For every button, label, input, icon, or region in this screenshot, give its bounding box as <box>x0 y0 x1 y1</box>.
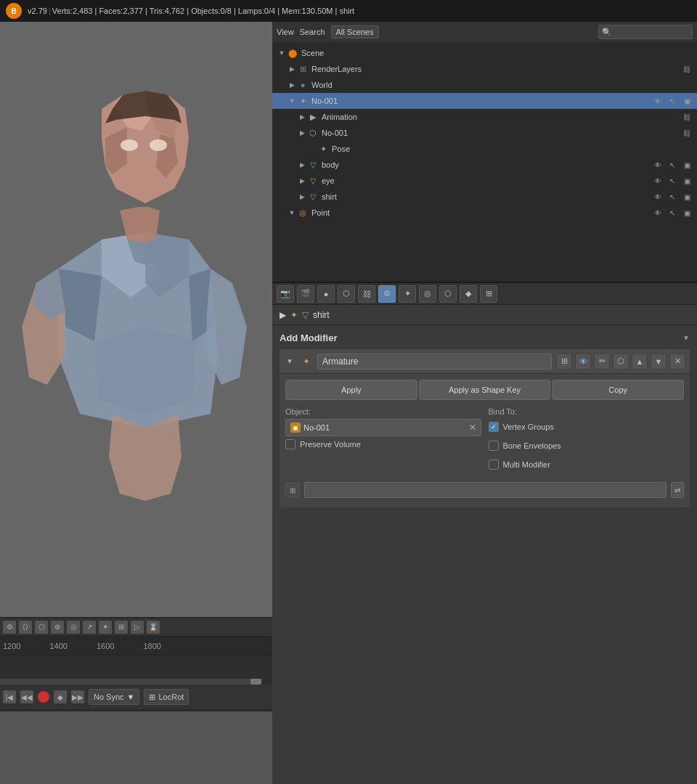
apply-button[interactable]: Apply <box>285 380 417 400</box>
timeline-record-btn[interactable] <box>38 691 49 703</box>
timeline-next-icon[interactable]: ▶▶ <box>71 690 84 703</box>
object-field-clear[interactable]: ✕ <box>469 422 476 433</box>
vertex-groups-label: Vertex Groups <box>503 422 554 431</box>
body-eye-icon[interactable]: 👁 <box>652 159 664 171</box>
modifier-close-icon[interactable]: ✕ <box>669 354 685 369</box>
vertex-groups-row[interactable]: ✓ Vertex Groups <box>489 419 685 435</box>
eye-camera-icon[interactable]: ▣ <box>681 175 693 187</box>
timeline-icon5[interactable]: ◎ <box>67 621 80 634</box>
body-toggle[interactable]: ▶ <box>297 160 307 170</box>
all-scenes-dropdown[interactable]: All Scenes <box>331 25 379 38</box>
point-cursor-icon[interactable]: ↖ <box>667 207 678 219</box>
eye-cursor-icon[interactable]: ↖ <box>667 175 678 187</box>
vertex-group-swap-icon[interactable]: ⇄ <box>671 482 684 498</box>
prop-render-icon[interactable]: 📷 <box>277 285 294 303</box>
vertex-group-input[interactable] <box>304 482 667 498</box>
tree-item-no001-bone[interactable]: ▶ ⬡ No-001 ⛓ <box>272 125 697 141</box>
modifier-collapse-btn[interactable]: ▼ <box>284 356 295 367</box>
point-toggle[interactable]: ▼ <box>287 208 297 218</box>
prop-mesh-icon[interactable]: ⬡ <box>439 285 457 303</box>
modifier-edit-icon[interactable]: ✏ <box>594 354 610 369</box>
timeline-icon8[interactable]: ⊞ <box>115 621 128 634</box>
shirt-toggle[interactable]: ▶ <box>297 192 307 202</box>
search-menu[interactable]: Search <box>300 28 325 36</box>
modifier-up-icon[interactable]: ▲ <box>632 354 648 369</box>
view-menu[interactable]: View <box>277 28 294 36</box>
modifier-name-input[interactable] <box>317 354 552 369</box>
prop-scene-icon[interactable]: 🎬 <box>297 285 314 303</box>
prop-particles-icon[interactable]: ✦ <box>399 285 416 303</box>
timeline-scrubbar-handle[interactable] <box>250 679 261 685</box>
prop-world-icon[interactable]: ● <box>317 285 335 303</box>
timeline-icon9[interactable]: ▷ <box>131 621 144 634</box>
tree-item-point[interactable]: ▼ ◎ Point 👁 ↖ ▣ <box>272 205 697 221</box>
prop-modifier-icon[interactable]: ⚙ <box>378 285 396 303</box>
renderlayers-toggle[interactable]: ▶ <box>287 64 297 74</box>
tree-item-shirt[interactable]: ▶ ▽ shirt 👁 ↖ ▣ <box>272 189 697 205</box>
body-cursor-icon[interactable]: ↖ <box>667 159 678 171</box>
animation-link-icon[interactable]: ⛓ <box>681 111 693 123</box>
no001-bone-link-icon[interactable]: ⛓ <box>681 127 693 139</box>
tree-item-scene[interactable]: ▼ ⬤ Scene <box>272 45 697 61</box>
timeline-icon4[interactable]: ⊕ <box>51 621 64 634</box>
prop-texture-icon[interactable]: ⊞ <box>480 285 497 303</box>
preserve-volume-checkbox[interactable] <box>285 439 295 449</box>
shirt-cursor-icon[interactable]: ↖ <box>667 191 678 203</box>
prop-physics-icon[interactable]: ◎ <box>419 285 436 303</box>
timeline-settings-icon[interactable]: ⚙ <box>3 621 16 634</box>
renderlayers-link-icon[interactable]: ⛓ <box>681 63 693 75</box>
body-camera-icon[interactable]: ▣ <box>681 159 693 171</box>
copy-button[interactable]: Copy <box>552 380 684 400</box>
no001-eye-icon[interactable]: 👁 <box>652 95 664 107</box>
timeline-back-icon[interactable]: |◀ <box>3 690 16 703</box>
timeline-icon2[interactable]: ⟨⟩ <box>19 621 32 634</box>
modifier-cage-icon[interactable]: ⬡ <box>613 354 629 369</box>
timeline-icon7[interactable]: ✦ <box>99 621 112 634</box>
eye-eye-icon[interactable]: 👁 <box>652 175 664 187</box>
timeline-diamond-icon[interactable]: ◆ <box>54 690 67 703</box>
point-eye-icon[interactable]: 👁 <box>652 207 664 219</box>
tree-item-eye[interactable]: ▶ ▽ eye 👁 ↖ ▣ <box>272 173 697 189</box>
outliner-search-input[interactable]: 🔍 <box>598 25 693 39</box>
viewport[interactable]: ⚙ ⟨⟩ ⬡ ⊕ ◎ ↗ ✦ ⊞ ▷ ⌛ 1200 1400 1600 1800… <box>0 22 272 711</box>
shirt-eye-icon[interactable]: 👁 <box>652 191 664 203</box>
multi-modifier-row[interactable]: Multi Modifier <box>489 457 685 473</box>
vertex-groups-checkbox[interactable]: ✓ <box>489 422 499 432</box>
object-field[interactable]: ▣ No-001 ✕ <box>285 419 481 436</box>
tree-item-animation[interactable]: ▶ ▶ Animation ⛓ <box>272 109 697 125</box>
modifier-down-icon[interactable]: ▼ <box>651 354 667 369</box>
no001-toggle[interactable]: ▼ <box>287 96 297 106</box>
preserve-volume-row[interactable]: Preserve Volume <box>285 436 481 452</box>
timeline-icon10[interactable]: ⌛ <box>147 621 160 634</box>
no-sync-button[interactable]: No Sync ▼ <box>89 689 139 705</box>
tree-item-pose[interactable]: ▶ ✦ Pose <box>272 141 697 157</box>
scene-toggle[interactable]: ▼ <box>277 48 287 58</box>
tree-item-renderlayers[interactable]: ▶ ⊞ RenderLayers ⛓ <box>272 61 697 77</box>
modifier-eye-icon[interactable]: 👁 <box>575 354 591 369</box>
timeline-prev-icon[interactable]: ◀◀ <box>20 690 33 703</box>
tree-item-no001[interactable]: ▼ ✦ No-001 👁 ↖ ▣ <box>272 93 697 109</box>
timeline-scrubber[interactable] <box>0 656 272 685</box>
modifier-render-icon[interactable]: ⊞ <box>556 354 572 369</box>
shirt-camera-icon[interactable]: ▣ <box>681 191 693 203</box>
apply-shape-key-button[interactable]: Apply as Shape Key <box>419 380 551 400</box>
prop-constraints-icon[interactable]: ⛓ <box>358 285 375 303</box>
no001-bone-toggle[interactable]: ▶ <box>297 128 307 138</box>
locrot-button[interactable]: ⊞ LocRot <box>144 689 189 705</box>
timeline-icon3[interactable]: ⬡ <box>35 621 48 634</box>
svg-marker-6 <box>94 327 196 414</box>
multi-modifier-checkbox[interactable] <box>489 460 499 470</box>
tree-item-body[interactable]: ▶ ▽ body 👁 ↖ ▣ <box>272 157 697 173</box>
prop-material-icon[interactable]: ◆ <box>460 285 477 303</box>
tree-item-world[interactable]: ▶ ● World <box>272 77 697 93</box>
point-camera-icon[interactable]: ▣ <box>681 207 693 219</box>
eye-toggle[interactable]: ▶ <box>297 176 307 186</box>
bone-envelopes-row[interactable]: Bone Envelopes <box>489 438 685 454</box>
no001-cursor-icon[interactable]: ↖ <box>667 95 678 107</box>
world-toggle[interactable]: ▶ <box>287 80 297 90</box>
bone-envelopes-checkbox[interactable] <box>489 441 499 451</box>
prop-object-icon[interactable]: ⬡ <box>338 285 355 303</box>
animation-toggle[interactable]: ▶ <box>297 112 307 122</box>
timeline-icon6[interactable]: ↗ <box>83 621 96 634</box>
no001-camera-icon[interactable]: ▣ <box>681 95 693 107</box>
